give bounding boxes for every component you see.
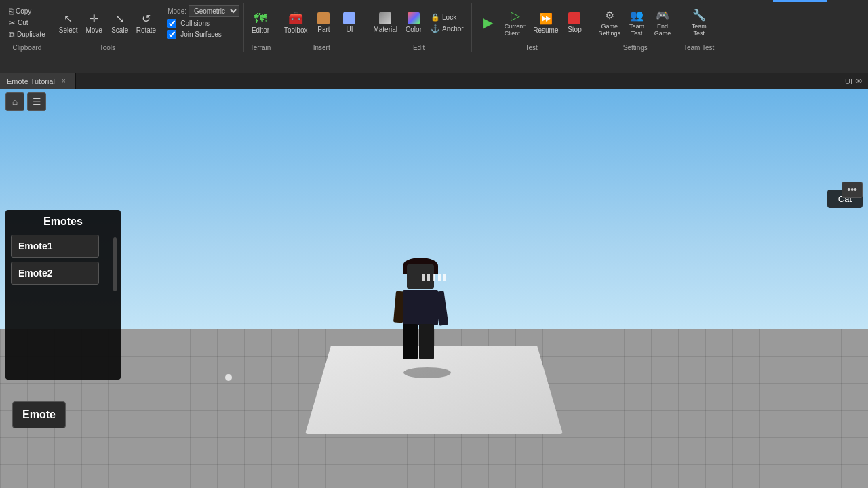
cut-button[interactable]: ✂ Cut (7, 18, 47, 28)
resume-button[interactable]: ⏩ Resume (530, 5, 561, 41)
character-right-leg (419, 324, 434, 359)
toolbox-button[interactable]: 🧰 Toolbox (281, 5, 310, 41)
team-test-icon: 👥 (630, 9, 644, 22)
team-test-2-button[interactable]: 🔧 TeamTest (687, 5, 711, 41)
team-test-group-label: Team Test (684, 44, 714, 52)
join-surfaces-row: Join Surfaces (167, 30, 239, 39)
play-client-icon: ▷ (509, 9, 522, 22)
list-icon-button[interactable]: ☰ (27, 92, 46, 111)
end-game-button[interactable]: 🎮 EndGame (650, 5, 675, 41)
tabbar: Emote Tutorial × UI 👁 (0, 73, 868, 89)
join-surfaces-checkbox[interactable] (167, 30, 176, 39)
end-game-icon: 🎮 (656, 9, 669, 22)
lock-button[interactable]: 🔒 Lock (429, 12, 466, 22)
tools-label: Tools (100, 44, 115, 52)
collisions-row: Collisions (167, 19, 239, 28)
more-button[interactable]: ••• (842, 182, 863, 198)
character-glasses (419, 274, 449, 281)
ui-icon (343, 12, 355, 24)
character-head (407, 264, 434, 289)
team-test-button[interactable]: 👥 TeamTest (625, 5, 649, 41)
part-button[interactable]: Part (311, 5, 336, 41)
toolbar-group-mode: Mode: Geometric Physical Collisions Join… (163, 3, 244, 52)
eye-icon[interactable]: 👁 (855, 77, 863, 85)
scale-button[interactable]: ⤡ Scale (108, 5, 132, 41)
emote-tutorial-tab[interactable]: Emote Tutorial × (0, 73, 76, 89)
clipboard-label: Clipboard (12, 44, 41, 52)
character-left-leg (403, 324, 418, 359)
toolbar-group-team-test: 🔧 TeamTest Team Test (679, 3, 718, 52)
toolbar-group-insert: 🧰 Toolbox Part UI Insert (277, 3, 366, 52)
team-test-2-icon: 🔧 (692, 9, 706, 22)
tab-label: Emote Tutorial (7, 77, 55, 85)
test-label: Test (525, 44, 537, 52)
terrain-label: Terrain (250, 44, 271, 52)
resume-icon: ⏩ (539, 12, 553, 25)
toolbar-group-clipboard: ⎘ Copy ✂ Cut ⧉ Duplicate Clipboard (3, 3, 52, 52)
home-icon-button[interactable]: ⌂ (5, 92, 24, 111)
toolbox-icon: 🧰 (289, 12, 302, 25)
settings-label: Settings (623, 44, 648, 52)
play-client-button[interactable]: ▷ Current:Client (502, 5, 530, 41)
viewport[interactable]: ••• Cat (0, 89, 868, 488)
toolbar-group-edit: Material Color 🔒 Lock ⚓ Anchor (366, 3, 471, 52)
collisions-checkbox[interactable] (167, 19, 176, 28)
duplicate-button[interactable]: ⧉ Duplicate (7, 29, 47, 40)
part-icon (317, 12, 330, 24)
rotate-button[interactable]: ↺ Rotate (134, 5, 159, 41)
emotes-scrollbar[interactable] (113, 237, 117, 291)
select-icon: ↖ (62, 12, 75, 25)
select-button[interactable]: ↖ Select (56, 5, 81, 41)
character (393, 264, 448, 373)
character-torso (403, 290, 438, 325)
emotes-title: Emotes (11, 216, 115, 228)
game-settings-icon: ⚙ (603, 9, 616, 22)
emote2-button[interactable]: Emote2 (11, 262, 99, 285)
ui-button[interactable]: UI (337, 5, 361, 41)
emote1-button[interactable]: Emote1 (11, 235, 99, 258)
emote-main-button[interactable]: Emote (12, 401, 66, 428)
move-button[interactable]: ✛ Move (82, 5, 106, 41)
mode-row: Mode: Geometric Physical (167, 5, 239, 17)
material-icon (379, 12, 391, 24)
copy-button[interactable]: ⎘ Copy (7, 6, 47, 17)
tabbar-right: UI 👁 (845, 77, 868, 85)
stop-button[interactable]: Stop (562, 5, 587, 41)
tab-close-button[interactable]: × (59, 77, 68, 86)
mode-dropdown[interactable]: Geometric Physical (189, 5, 239, 17)
play-icon: ▶ (481, 16, 495, 29)
toolbar-group-terrain: 🗺 Editor Terrain (244, 3, 277, 52)
terrain-icon: 🗺 (254, 12, 267, 25)
ui-label: UI (845, 77, 852, 85)
toolbar-group-tools: ↖ Select ✛ Move ⤡ Scale ↺ Rotate Tools (52, 3, 163, 52)
edit-label: Edit (413, 44, 425, 52)
scale-icon: ⤡ (113, 12, 127, 25)
material-button[interactable]: Material (370, 5, 400, 41)
toolbar-group-settings: ⚙ GameSettings 👥 TeamTest 🎮 EndGame Sett… (591, 3, 679, 52)
toolbar-group-test: ▶ ▷ Current:Client ⏩ Resume Stop Test (472, 3, 592, 52)
move-icon: ✛ (87, 12, 101, 25)
terrain-editor-button[interactable]: 🗺 Editor (248, 5, 273, 41)
emotes-panel: Emotes Emote1 Emote2 (5, 210, 121, 380)
toolbar: ⎘ Copy ✂ Cut ⧉ Duplicate Clipboard (0, 0, 868, 73)
viewport-icons: ⌂ ☰ (5, 92, 46, 111)
color-button[interactable]: Color (401, 5, 426, 41)
insert-label: Insert (313, 44, 330, 52)
rotate-icon: ↺ (139, 12, 153, 25)
play-button[interactable]: ▶ (476, 5, 500, 41)
game-settings-button[interactable]: ⚙ GameSettings (595, 5, 623, 41)
anchor-button[interactable]: ⚓ Anchor (429, 24, 466, 34)
color-icon (408, 12, 420, 24)
stop-icon (568, 12, 580, 24)
emote-bottom-button-container: Emote (12, 401, 66, 428)
